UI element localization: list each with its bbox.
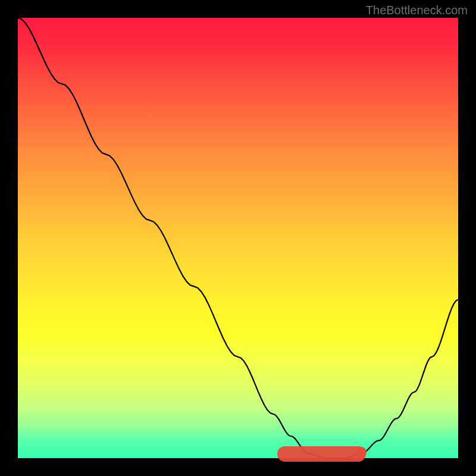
watermark-text: TheBottleneck.com: [366, 4, 468, 17]
optimal-point-marker: [356, 447, 367, 458]
optimal-range-indicator: [277, 446, 366, 462]
bottleneck-curve: [18, 18, 458, 458]
chart-plot-area: [18, 18, 458, 458]
